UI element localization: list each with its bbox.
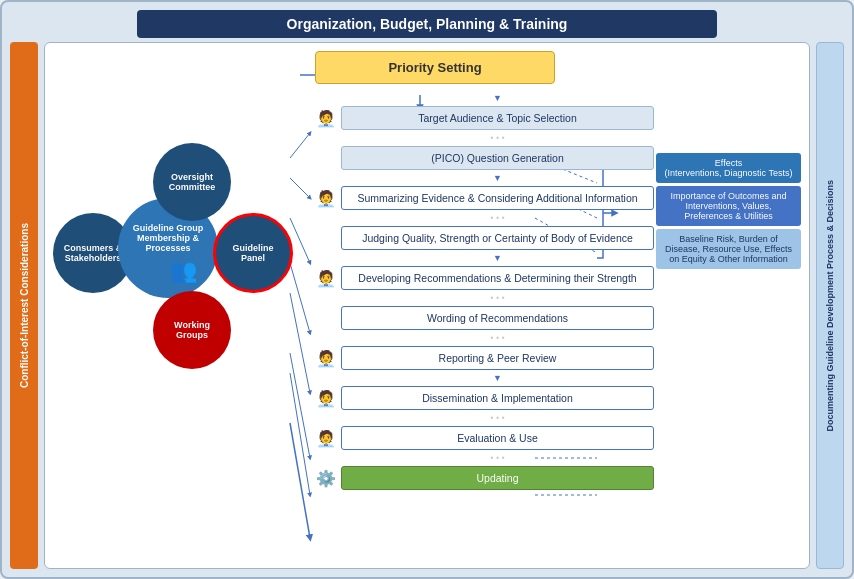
flow-row-reporting: 🧑‍💼 Reporting & Peer Review [315, 346, 654, 370]
oversight-circle: Oversight Committee [153, 143, 231, 221]
flow-box-pico: (PICO) Question Generation [341, 146, 654, 170]
flow-row-evaluation: 🧑‍💼 Evaluation & Use [315, 426, 654, 450]
guideline-panel-circle: Guideline Panel [213, 213, 293, 293]
figure-icon-4: 🧑‍💼 [315, 349, 337, 368]
circles-wrapper: Consumers & Stakeholders Guideline Group… [53, 123, 318, 423]
flow-box-target: Target Audience & Topic Selection [341, 106, 654, 130]
flow-row-developing: 🧑‍💼 Developing Recommendations & Determi… [315, 266, 654, 290]
priority-row: Priority Setting [315, 51, 654, 84]
flow-row-judging: 🧑‍💼 Judging Quality, Strength or Certain… [315, 226, 654, 250]
left-sidebar: Conflict-of-Interest Considerations [10, 42, 38, 569]
flow-row-target: 🧑‍💼 Target Audience & Topic Selection [315, 106, 654, 130]
working-groups-circle: Working Groups [153, 291, 231, 369]
info-box-baseline: Baseline Risk, Burden of Disease, Resour… [656, 229, 801, 269]
right-sidebar: Documenting Guideline Development Proces… [816, 42, 844, 569]
right-sidebar-text: Documenting Guideline Development Proces… [825, 180, 835, 432]
flow-box-updating: Updating [341, 466, 654, 490]
arrow-3: ▼ [315, 173, 654, 183]
flow-row-pico: 🧑‍💼 (PICO) Question Generation [315, 146, 654, 170]
arrow-1: ▼ [315, 93, 654, 103]
figure-icon-7: ⚙️ [315, 469, 337, 488]
flow-row-wording: 🧑‍💼 Wording of Recommendations [315, 306, 654, 330]
figure-icon-1: 🧑‍💼 [315, 109, 337, 128]
flow-box-dissemination: Dissemination & Implementation [341, 386, 654, 410]
arrow-8: ▼ [315, 373, 654, 383]
figure-icon-5: 🧑‍💼 [315, 389, 337, 408]
flow-box-reporting: Reporting & Peer Review [341, 346, 654, 370]
figure-icon-6: 🧑‍💼 [315, 429, 337, 448]
figure-icon-3: 🧑‍💼 [315, 269, 337, 288]
priority-box: Priority Setting [315, 51, 555, 84]
flow-row-dissemination: 🧑‍💼 Dissemination & Implementation [315, 386, 654, 410]
flow-area: Priority Setting ▼ 🧑‍💼 Target Audience &… [315, 51, 654, 490]
right-info-area: Effects (Interventions, Diagnostic Tests… [656, 153, 801, 272]
circles-area: Consumers & Stakeholders Guideline Group… [53, 73, 328, 560]
info-box-effects: Effects (Interventions, Diagnostic Tests… [656, 153, 801, 183]
arrow-9: • • • [315, 413, 654, 423]
left-sidebar-text: Conflict-of-Interest Considerations [19, 223, 30, 388]
people-icon: 👥 [153, 258, 213, 284]
outer-container: Organization, Budget, Planning & Trainin… [0, 0, 854, 579]
flow-box-summarize: Summarizing Evidence & Considering Addit… [341, 186, 654, 210]
arrow-5: ▼ [315, 253, 654, 263]
arrow-10: • • • [315, 453, 654, 463]
arrow-2: • • • [315, 133, 654, 143]
main-content: Consumers & Stakeholders Guideline Group… [44, 42, 810, 569]
top-banner: Organization, Budget, Planning & Trainin… [137, 10, 717, 38]
arrow-7: • • • [315, 333, 654, 343]
flow-box-developing: Developing Recommendations & Determining… [341, 266, 654, 290]
arrow-4: • • • [315, 213, 654, 223]
flow-box-wording: Wording of Recommendations [341, 306, 654, 330]
figure-icon-2: 🧑‍💼 [315, 189, 337, 208]
flow-row-updating: ⚙️ Updating [315, 466, 654, 490]
arrow-6: • • • [315, 293, 654, 303]
info-box-outcomes: Importance of Outcomes and Interventions… [656, 186, 801, 226]
flow-box-evaluation: Evaluation & Use [341, 426, 654, 450]
flow-row-summarize: 🧑‍💼 Summarizing Evidence & Considering A… [315, 186, 654, 210]
flow-box-judging: Judging Quality, Strength or Certainty o… [341, 226, 654, 250]
